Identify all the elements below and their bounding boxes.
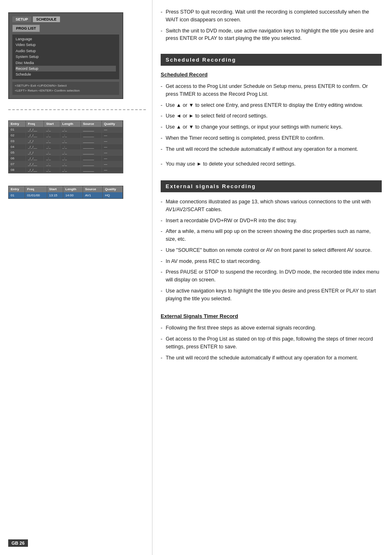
table-cell: ______ (81, 144, 101, 150)
table-cell: ______ (81, 150, 101, 155)
table-cell: _/_/__ (25, 132, 44, 138)
table-cell: _/_/ (25, 138, 44, 144)
bullet-text: Use "SOURCE" button on remote control or… (166, 246, 372, 254)
menu-item-video-setup: Video Setup (16, 42, 116, 48)
section3-bullets: -Following the first three steps as abov… (161, 324, 382, 365)
bullet-item: -When the Timer record setting is comple… (161, 134, 382, 142)
bullet-dash: - (161, 217, 162, 225)
bullet-text: Following the first three steps as above… (166, 324, 316, 332)
bullet-item: -The unit will record the schedule autom… (161, 145, 382, 153)
bullet-item: -Get access to the Prog List under Sched… (161, 83, 382, 98)
col-quality: Quality (101, 121, 122, 127)
bullet-item: -Insert a recordable DVD+RW or DVD+R int… (161, 217, 382, 225)
bullet-dash: - (161, 246, 162, 254)
filled-entry-table: Entry Freq Start Length Source Quality 0… (9, 186, 123, 198)
table-cell: AV1 (83, 192, 103, 198)
bullet-text: Use ▲ or ▼ to select one Entry, and pres… (166, 101, 363, 109)
bullet-dash: - (161, 8, 162, 24)
entry-table-empty: Entry Freq Start Length Source Quality 0… (8, 120, 123, 173)
bullet-text: Press PAUSE or STOP to suspend the recor… (166, 268, 382, 284)
entry-table: Entry Freq Start Length Source Quality 0… (9, 121, 123, 173)
menu-items-list: Language Video Setup Audio Setup System … (12, 35, 119, 79)
table-cell: — (101, 127, 122, 133)
col2-length: Length (63, 186, 83, 192)
col-source: Source (81, 121, 101, 127)
table-cell: _:_ (60, 138, 81, 144)
table-cell: 14:00 (63, 192, 83, 198)
bullet-dash: - (161, 101, 162, 109)
bullet-item: -Use ▲ or ▼ to select one Entry, and pre… (161, 101, 382, 109)
table-cell: ______ (81, 161, 101, 167)
dashed-separator (8, 109, 146, 110)
bullet-item: -Press STOP to quit recording. Wait unti… (161, 8, 382, 24)
col-freq: Freq (25, 121, 44, 127)
table-cell: _:_ (60, 161, 81, 167)
col2-quality: Quality (103, 186, 123, 192)
table-cell: _:_ (44, 138, 60, 144)
bullet-text: The unit will record the schedule automa… (166, 145, 358, 153)
prog-list-button: PROG LIST (12, 25, 119, 35)
table-cell: _:_ (44, 127, 60, 133)
table-cell: _:_ (60, 127, 81, 133)
col-entry: Entry (9, 121, 25, 127)
scheduled-record-subtitle: Scheduled Record (161, 71, 382, 78)
schedule-tab: SCHEDULE (33, 16, 60, 22)
bullet-dash: - (161, 160, 162, 168)
bullet-dash: - (161, 228, 162, 243)
menu-tabs: SETUP SCHEDULE (12, 16, 119, 22)
table-cell: _:_ (44, 132, 60, 138)
bullet-text: Press STOP to quit recording. Wait until… (166, 8, 382, 24)
bullet-dash: - (161, 83, 162, 98)
bullet-text: Use ▲ or ▼ to change your settings, or i… (166, 123, 343, 131)
table-cell: ______ (81, 155, 101, 161)
table-cell: ______ (81, 132, 101, 138)
bullet-dash: - (161, 324, 162, 332)
bullet-dash: - (161, 134, 162, 142)
table-cell: _/_/__ (25, 167, 44, 173)
bullet-text: You may use ► to delete your scheduled r… (166, 160, 295, 168)
menu-item-record-setup: Record Setup (16, 66, 116, 71)
bullet-dash: - (161, 354, 162, 362)
table-cell: _:_ (44, 161, 60, 167)
scheduled-recording-header: Scheduled Recording (161, 54, 382, 66)
table-cell: _:_ (60, 155, 81, 161)
section2-bullets: -Make connections illustrated as page 13… (161, 198, 382, 306)
table-cell: 03 (9, 138, 25, 144)
menu-item-system-setup: System Setup (16, 54, 116, 60)
intro-bullets: -Press STOP to quit recording. Wait unti… (161, 8, 382, 46)
bullet-item: -The unit will record the schedule autom… (161, 354, 382, 362)
page-number: GB 26 (8, 539, 28, 547)
external-signals-header: External signals Recording (161, 180, 382, 192)
table-cell: ______ (81, 138, 101, 144)
table-cell: 01/01/00 (25, 192, 47, 198)
table-cell: _:_ (60, 167, 81, 173)
bullet-dash: - (161, 112, 162, 120)
bullet-text: Get access to the Prog List under Schedu… (166, 83, 382, 98)
col2-source: Source (83, 186, 103, 192)
table-cell: — (101, 155, 122, 161)
bullet-dash: - (161, 268, 162, 284)
table-cell: _:_ (60, 144, 81, 150)
table-cell: 01 (9, 127, 25, 133)
bullet-dash: - (161, 27, 162, 43)
bullet-item: -Use ◄ or ► to select field of record se… (161, 112, 382, 120)
bullet-text: In AV mode, press REC to start recording… (166, 258, 261, 265)
bullet-text: Insert a recordable DVD+RW or DVD+R into… (166, 217, 297, 225)
table-cell: _/_/__ (25, 127, 44, 133)
menu-item-audio-setup: Audio Setup (16, 48, 116, 54)
bullet-item: -Use "SOURCE" button on remote control o… (161, 246, 382, 254)
bullet-text: Make connections illustrated as page 13,… (166, 198, 382, 214)
section1-bullets: -Get access to the Prog List under Sched… (161, 83, 382, 171)
setup-menu-graphic: SETUP SCHEDULE PROG LIST Language Video … (8, 12, 123, 99)
bullet-dash: - (161, 145, 162, 153)
table-cell: _/_/__ (25, 161, 44, 167)
col2-freq: Freq (25, 186, 47, 192)
col-length: Length (60, 121, 81, 127)
table-cell: — (101, 138, 122, 144)
entry-table-filled: Entry Freq Start Length Source Quality 0… (8, 186, 123, 199)
bullet-dash: - (161, 258, 162, 265)
bullet-text: Use ◄ or ► to select field of record set… (166, 112, 267, 120)
table-cell: 07 (9, 161, 25, 167)
bullet-item: -Switch the unit to DVD mode, use active… (161, 27, 382, 43)
table-cell: _:_ (44, 167, 60, 173)
